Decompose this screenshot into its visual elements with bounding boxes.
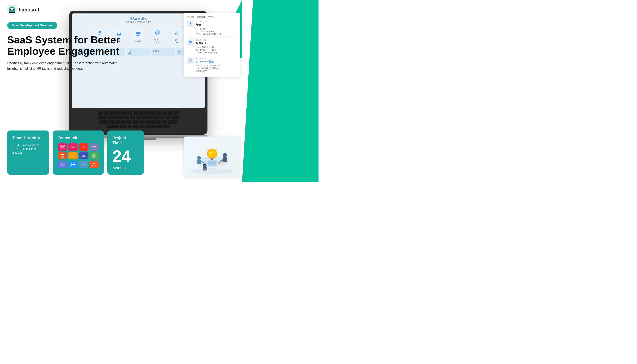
project-unit: Months [112, 166, 139, 170]
tech-icon-vuejs [68, 144, 78, 151]
team-card-title: Team Structure [12, 136, 44, 140]
svg-text:?: ? [191, 59, 192, 60]
tech-icon-aws: AWS [68, 152, 78, 160]
svg-point-15 [62, 154, 63, 155]
project-number: 24 [112, 148, 139, 164]
logo-text: haposoft [18, 7, 39, 13]
jp-step-3-icon [187, 39, 194, 46]
jp-step-2-icon [187, 20, 194, 27]
jp-step-4-title: アンケート配信 [196, 60, 222, 63]
jp-step-4-desc: 毎月1日にアンケートが配信されます。集計結果は回答後すぐに確認できます。 [196, 64, 222, 72]
background-green-right [242, 0, 318, 182]
cards-row: Team Structure 1 PM 4 Developers 1 BA 1 … [7, 130, 144, 175]
jp-step-4-num: ④ ステップ 4 [196, 57, 222, 60]
svg-rect-32 [136, 32, 140, 34]
left-content: Saas Development Services SaaS System fo… [7, 22, 120, 80]
flow-step-4: アンケート配信 [152, 28, 163, 44]
svg-point-66 [223, 153, 227, 157]
step-divider-1 [187, 37, 237, 38]
team-row-3: 2 Tester [12, 151, 44, 154]
jp-step-4-icon: ? [187, 57, 194, 64]
time-card-title: Project Time [112, 136, 139, 145]
svg-rect-67 [223, 157, 227, 162]
tech-grid: L PHP AWS ||| [58, 144, 99, 168]
svg-rect-56 [210, 158, 214, 160]
main-title: SaaS System for Better Employee Engageme… [7, 34, 120, 56]
svg-rect-37 [176, 32, 177, 34]
main-description: Effortlessly track employee engagement a… [7, 60, 120, 71]
illustration-bg [184, 136, 240, 176]
svg-point-6 [11, 8, 11, 9]
svg-rect-19 [82, 156, 85, 157]
svg-rect-57 [211, 160, 213, 160]
jp-card: アカウントの作成は完了です。 ② ステップ 2 登録 ログイン後、メンバーの詳細… [184, 13, 240, 77]
team-row-1: 1 PM 4 Developers [12, 144, 44, 146]
team-row-2: 1 BA 1 Designer [12, 147, 44, 150]
flow-step-5: 集計・分析 [172, 28, 182, 44]
jp-step-3: ③ ステップ 3 配信設定 後は配信日を待つだけ。登録されたメンバーにはご案内の… [187, 39, 237, 54]
jp-header-text: アカウントの作成は完了です。 [187, 16, 237, 18]
jp-step-4: ? ④ ステップ 4 アンケート配信 毎月1日にアンケートが配信されます。集計結… [187, 57, 237, 72]
tech-card-title: Techstack [58, 136, 99, 140]
svg-rect-64 [197, 160, 201, 164]
svg-point-39 [190, 22, 191, 24]
svg-point-73 [218, 162, 220, 164]
tech-icon-laravel: L [79, 144, 88, 151]
service-badge: Saas Development Services [7, 22, 57, 29]
keyboard [72, 108, 205, 130]
tech-icon-php: PHP [90, 144, 99, 151]
svg-marker-26 [92, 163, 96, 166]
tech-icon-stripe: ||| [58, 161, 67, 168]
illustration-card [184, 136, 240, 176]
svg-rect-11 [9, 12, 15, 13]
tech-icon-cloudflare [79, 152, 88, 160]
svg-point-54 [208, 150, 216, 158]
tech-icon-ubuntu [58, 152, 67, 160]
svg-point-75 [190, 168, 234, 174]
tech-icon-misc [90, 152, 99, 160]
svg-rect-41 [189, 41, 192, 42]
tech-icon-circle [68, 161, 78, 168]
svg-rect-36 [176, 33, 176, 34]
tech-icon-extra [90, 161, 99, 168]
svg-point-21 [93, 155, 95, 156]
svg-point-25 [72, 164, 74, 165]
meeting-illustration [186, 138, 238, 175]
jp-step-2-num: ② ステップ 2 [196, 20, 223, 23]
svg-text:|||: ||| [61, 164, 62, 166]
svg-text:AWS: AWS [71, 155, 74, 157]
team-card: Team Structure 1 PM 4 Developers 1 BA 1 … [7, 130, 49, 175]
right-panel: アカウントの作成は完了です。 ② ステップ 2 登録 ログイン後、メンバーの詳細… [184, 13, 240, 77]
flow-step-3: 配信設定 [133, 29, 144, 42]
jp-step-2-title: 登録 [196, 23, 223, 26]
svg-point-74 [205, 163, 206, 164]
svg-point-63 [197, 156, 201, 160]
svg-line-59 [216, 148, 217, 149]
tech-icon-mail [58, 144, 67, 151]
svg-rect-72 [208, 161, 216, 166]
tech-icon-sonarqube: SQ [79, 161, 88, 168]
header: haposoft [7, 5, 39, 14]
logo-icon [7, 5, 17, 14]
time-card: Project Time 24 Months [108, 130, 144, 175]
jp-step-2-desc: ログイン後、メンバーの詳細情報や所轄・上司の情報を登録します。 [196, 27, 223, 36]
tech-card: Techstack L PHP AWS [53, 130, 104, 175]
jp-step-3-desc: 後は配信日を待つだけ。登録されたメンバーにはご案内のメールが届きます。 [196, 46, 220, 54]
jp-step-3-num: ③ ステップ 3 [196, 39, 220, 41]
svg-point-16 [63, 156, 64, 157]
jp-step-2: ② ステップ 2 登録 ログイン後、メンバーの詳細情報や所轄・上司の情報を登録し… [187, 20, 237, 36]
svg-rect-38 [178, 32, 178, 34]
jp-step-3-title: 配信設定 [196, 42, 220, 45]
svg-line-60 [207, 148, 208, 149]
svg-point-17 [60, 156, 62, 157]
